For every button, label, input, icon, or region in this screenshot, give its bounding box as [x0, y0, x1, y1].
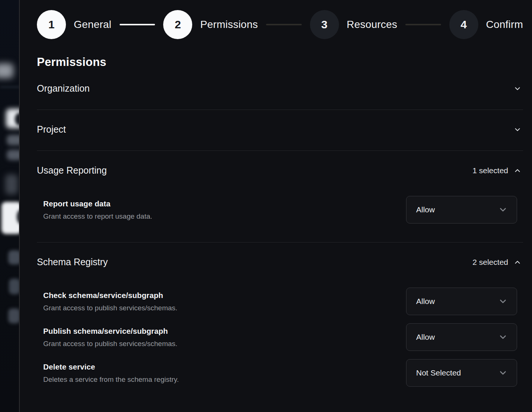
- permission-description: Grant access to report usage data.: [43, 212, 152, 221]
- select-value: Not Selected: [416, 368, 461, 377]
- select-value: Allow: [416, 205, 435, 214]
- permission-description: Grant access to publish services/schemas…: [43, 304, 177, 312]
- permission-text: Delete service Deletes a service from th…: [43, 362, 179, 384]
- chevron-down-icon: [498, 332, 508, 342]
- step-2-label: Permissions: [200, 19, 258, 31]
- section-header-organization[interactable]: Organization: [37, 69, 523, 110]
- step-4-circle: 4: [449, 10, 478, 39]
- select-value: Allow: [416, 297, 435, 306]
- permission-description: Deletes a service from the schema regist…: [43, 375, 179, 384]
- wizard-window: 1 General 2 Permissions 3 Resources 4 Co…: [0, 0, 532, 412]
- permission-title: Delete service: [43, 362, 179, 371]
- page-title: Permissions: [37, 56, 523, 69]
- blurred-sidebar-text: [7, 150, 20, 160]
- step-connector-done: [120, 24, 155, 25]
- chevron-down-icon: [513, 85, 522, 93]
- chevron-down-icon: [498, 368, 508, 378]
- chevron-down-icon: [513, 126, 522, 134]
- permission-select-check-schema[interactable]: Allow: [406, 288, 517, 315]
- permission-select-publish-schema[interactable]: Allow: [406, 323, 517, 351]
- selected-count-badge: 1 selected: [472, 166, 508, 175]
- blurred-sidebar-item: [0, 63, 13, 78]
- blurred-sidebar-text: [7, 135, 20, 145]
- step-general[interactable]: 1 General: [37, 10, 111, 39]
- permission-text: Publish schema/service/subgraph Grant ac…: [43, 327, 177, 348]
- step-1-circle: 1: [37, 10, 66, 39]
- permission-text: Check schema/service/subgraph Grant acce…: [43, 291, 177, 312]
- step-3-label: Resources: [347, 19, 398, 31]
- permission-text: Report usage data Grant access to report…: [43, 199, 152, 221]
- section-title: Organization: [37, 83, 90, 94]
- section-header-project[interactable]: Project: [37, 110, 523, 150]
- blurred-sidebar-text: [9, 279, 20, 294]
- section-header-usage-reporting[interactable]: Usage Reporting 1 selected: [37, 151, 523, 191]
- permission-row-publish-schema: Publish schema/service/subgraph Grant ac…: [43, 323, 523, 351]
- blurred-sidebar-divider: [0, 86, 20, 88]
- blurred-sidebar: [0, 0, 20, 412]
- chevron-down-icon: [498, 297, 508, 306]
- chevron-up-icon: [513, 258, 522, 266]
- step-1-label: General: [74, 19, 111, 31]
- section-title: Project: [37, 124, 66, 135]
- step-4-label: Confirm: [486, 19, 523, 31]
- permission-select-delete-service[interactable]: Not Selected: [406, 359, 517, 387]
- permission-items: Report usage data Grant access to report…: [37, 191, 523, 242]
- selected-count-badge: 2 selected: [472, 258, 508, 267]
- step-permissions[interactable]: 2 Permissions: [163, 10, 258, 39]
- blurred-sidebar-text: [8, 308, 20, 323]
- permission-items: Check schema/service/subgraph Grant acce…: [37, 283, 523, 405]
- step-connector-todo: [266, 24, 301, 25]
- step-3-circle: 3: [310, 10, 339, 39]
- permission-title: Report usage data: [43, 199, 152, 208]
- permission-row-delete-service: Delete service Deletes a service from th…: [43, 359, 523, 387]
- select-value: Allow: [416, 333, 435, 342]
- section-title: Schema Registry: [37, 257, 108, 267]
- step-connector-todo: [405, 24, 441, 25]
- blurred-sidebar-box: [5, 174, 18, 194]
- chevron-up-icon: [513, 167, 522, 175]
- wizard-stepper: 1 General 2 Permissions 3 Resources 4 Co…: [37, 10, 523, 39]
- chevron-down-icon: [498, 205, 508, 215]
- permission-description: Grant access to publish services/schemas…: [43, 340, 177, 348]
- permission-title: Publish schema/service/subgraph: [43, 327, 177, 336]
- step-confirm[interactable]: 4 Confirm: [449, 10, 523, 39]
- step-2-circle: 2: [163, 10, 192, 39]
- permission-row-check-schema: Check schema/service/subgraph Grant acce…: [43, 288, 523, 315]
- create-token-wizard-panel: 1 General 2 Permissions 3 Resources 4 Co…: [20, 0, 532, 412]
- section-title: Usage Reporting: [37, 165, 107, 176]
- blurred-sidebar-text: [8, 250, 20, 264]
- step-resources[interactable]: 3 Resources: [310, 10, 398, 39]
- permission-title: Check schema/service/subgraph: [43, 291, 177, 300]
- permission-row-report-usage-data: Report usage data Grant access to report…: [43, 196, 523, 224]
- permission-select-report-usage-data[interactable]: Allow: [406, 196, 517, 224]
- section-header-schema-registry[interactable]: Schema Registry 2 selected: [37, 243, 523, 283]
